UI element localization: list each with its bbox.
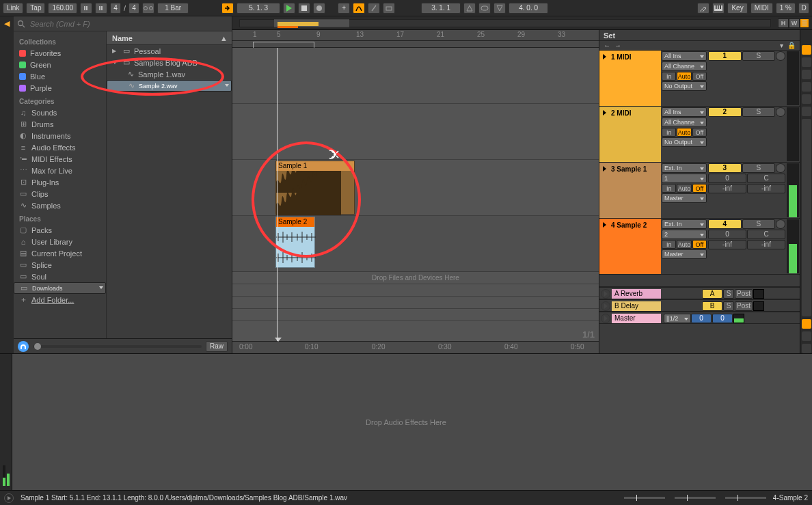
tap-button[interactable]: Tap [26, 3, 45, 14]
device-toggle-icon[interactable] [802, 344, 811, 353]
clip-sample2[interactable]: Sample 2 [275, 217, 315, 268]
collection-green[interactable]: Green [14, 59, 106, 70]
punch-position[interactable]: 4. 0. 0 [509, 3, 548, 14]
cat-sounds[interactable]: ♫Sounds [14, 107, 106, 118]
master-lane[interactable] [232, 309, 599, 321]
file-row-sample1[interactable]: ∿ Sample 1.wav [107, 68, 232, 80]
monitor-auto[interactable]: Auto [677, 240, 691, 249]
file-row-samples-blog[interactable]: ▼ ▭ Samples Blog ADB [107, 57, 232, 68]
key-map-button[interactable]: Key [727, 3, 747, 14]
track-lane-4[interactable]: Sample 2 [232, 216, 599, 272]
monitor-auto[interactable]: Auto [677, 128, 691, 137]
sig-numerator[interactable]: 4 [110, 3, 121, 14]
cat-audio-effects[interactable]: ≡Audio Effects [14, 141, 106, 153]
capture-button[interactable] [383, 3, 395, 14]
arm-button[interactable] [776, 219, 785, 229]
send-a-value[interactable]: -inf [708, 184, 746, 193]
record-button[interactable] [313, 3, 325, 14]
track-header-1[interactable]: 1 MIDI [599, 51, 661, 106]
cat-instruments[interactable]: ◐Instruments [14, 130, 106, 141]
tempo-field[interactable]: 160.00 [48, 3, 77, 14]
track-lane-2[interactable] [232, 104, 599, 160]
monitor-off[interactable]: Off [692, 184, 707, 193]
monitor-in[interactable]: In [662, 184, 676, 193]
device-view[interactable]: Drop Audio Effects Here [0, 353, 812, 490]
delay-toggle-icon[interactable] [802, 94, 811, 104]
nudge-up-icon[interactable] [95, 3, 107, 14]
monitor-auto[interactable]: Auto [677, 72, 691, 81]
arm-button[interactable] [776, 51, 785, 61]
cat-plugins[interactable]: ⊡Plug-Ins [14, 176, 106, 188]
nudge-down-icon[interactable] [80, 3, 92, 14]
track-activator[interactable]: 1 [708, 51, 742, 61]
monitor-off[interactable]: Off [692, 128, 707, 137]
reautomation-button[interactable] [368, 3, 380, 14]
input-channel-select[interactable]: All Channe [662, 118, 707, 127]
play-icon[interactable] [601, 289, 610, 299]
file-list-header[interactable]: Name ▲ [107, 31, 232, 45]
marker-icon[interactable]: ▾ [780, 42, 783, 49]
return-solo[interactable]: S [723, 301, 734, 311]
place-splice[interactable]: ▭Splice [14, 259, 106, 271]
volume-value[interactable]: 0 [708, 230, 746, 239]
time-ruler[interactable]: 0:00 0:10 0:20 0:30 0:40 0:50 [232, 341, 599, 353]
solo-button[interactable]: S [742, 51, 776, 61]
automation-arm-button[interactable] [353, 3, 365, 14]
track-lane-3[interactable]: Sample 1 [232, 160, 599, 216]
input-channel-select[interactable]: 1 [662, 174, 707, 183]
input-type-select[interactable]: Ext. In [662, 163, 707, 173]
punch-out-icon[interactable] [493, 3, 506, 14]
fold-icon[interactable] [603, 222, 608, 228]
place-user-library[interactable]: ⌂User Library [14, 236, 106, 247]
overview-bar[interactable]: H W ☰ [232, 16, 812, 30]
drop-zone[interactable]: Drop Files and Devices Here [232, 272, 599, 284]
return-name[interactable]: B Delay [612, 301, 661, 311]
back-icon[interactable]: ← [604, 42, 610, 49]
search-input[interactable] [29, 19, 232, 29]
punch-in-icon[interactable] [463, 3, 476, 14]
overview-w-button[interactable]: W [789, 18, 800, 28]
preview-slider[interactable] [33, 345, 202, 348]
headphones-icon[interactable] [18, 341, 29, 352]
track-header-4[interactable]: 4 Sample 2 [599, 219, 661, 274]
status-play-icon[interactable] [4, 493, 14, 503]
solo-button[interactable]: S [742, 163, 776, 173]
output-select[interactable]: No Output [662, 137, 707, 147]
link-button[interactable]: Link [3, 3, 23, 14]
send-a-value[interactable]: -inf [708, 240, 746, 249]
mini-slider-3[interactable] [725, 497, 766, 499]
track-header-2[interactable]: 2 MIDI [599, 107, 661, 162]
clip-sample1[interactable]: Sample 1 [275, 161, 355, 215]
playhead[interactable] [277, 48, 278, 341]
stop-button[interactable] [298, 3, 310, 14]
cue-out-select[interactable]: || 1/2 [664, 314, 691, 323]
detail-toggle-icon[interactable] [802, 331, 811, 341]
return-lane-b[interactable] [232, 297, 599, 309]
track-activator[interactable]: 4 [708, 219, 742, 229]
input-channel-select[interactable]: 2 [662, 230, 707, 239]
output-select[interactable]: Master [662, 249, 707, 259]
midi-map-button[interactable]: MIDI [750, 3, 773, 14]
follow-button[interactable] [221, 3, 234, 14]
monitor-in[interactable]: In [662, 128, 676, 137]
fold-icon[interactable] [603, 54, 608, 59]
collection-favorites[interactable]: Favorites [14, 47, 106, 59]
sig-denominator[interactable]: 4 [128, 3, 139, 14]
overview-toggle-icon[interactable] [802, 319, 811, 329]
input-type-select[interactable]: Ext. In [662, 219, 707, 229]
browser-collapse-icon[interactable]: ◀ [1, 18, 12, 29]
place-soul[interactable]: ▭Soul [14, 271, 106, 282]
volume-value[interactable]: 0 [708, 174, 746, 183]
return-lane-a[interactable] [232, 284, 599, 297]
place-current-project[interactable]: ▤Current Project [14, 247, 106, 259]
file-row-pessoal[interactable]: ▶ ▭ Pessoal [107, 45, 232, 57]
return-name[interactable]: A Reverb [612, 289, 661, 299]
quantize-menu[interactable]: 1 Bar [157, 3, 189, 14]
monitor-in[interactable]: In [662, 72, 676, 81]
play-icon[interactable] [601, 314, 610, 323]
master-pan[interactable]: 0 [712, 314, 733, 323]
output-select[interactable]: No Output [662, 81, 707, 91]
cat-max-for-live[interactable]: ⋯Max for Live [14, 165, 106, 176]
draw-mode-icon[interactable] [697, 3, 709, 14]
overdub-button[interactable]: + [338, 3, 350, 14]
